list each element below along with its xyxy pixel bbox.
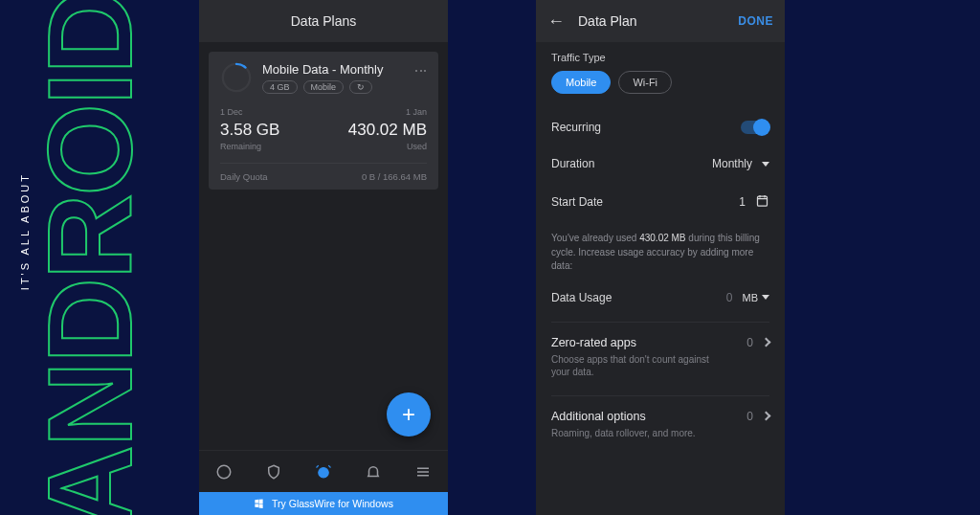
- chip-quota: 4 GB: [262, 80, 298, 94]
- chevron-down-icon: [762, 162, 769, 167]
- chevron-right-icon: [762, 338, 771, 347]
- nav-speed-icon[interactable]: [214, 462, 234, 481]
- daily-quota-label: Daily Quota: [220, 171, 268, 182]
- remaining-label: Remaining: [220, 142, 279, 151]
- start-date-value: 1: [739, 195, 746, 209]
- traffic-mobile-chip[interactable]: Mobile: [551, 71, 611, 94]
- header-bar: Data Plans: [199, 0, 448, 42]
- daily-quota-value: 0 B / 166.64 MB: [362, 171, 427, 182]
- recurring-label: Recurring: [551, 121, 601, 134]
- traffic-type-group: Mobile Wi-Fi: [551, 71, 769, 94]
- used-label: Used: [348, 142, 427, 151]
- nav-bell-icon[interactable]: [364, 462, 383, 481]
- add-plan-fab[interactable]: +: [387, 392, 431, 437]
- recurring-toggle[interactable]: [741, 121, 769, 134]
- additional-options-row[interactable]: Additional options 0: [551, 410, 769, 423]
- zero-rated-count: 0: [746, 336, 753, 349]
- plan-card[interactable]: Mobile Data - Monthly 4 GB Mobile ↻ ⋮ 1 …: [209, 52, 438, 190]
- additional-options-subtitle: Roaming, data rollover, and more.: [551, 427, 724, 439]
- duration-value: Monthly: [712, 157, 752, 170]
- data-usage-input[interactable]: 0: [726, 291, 733, 304]
- duration-select[interactable]: Monthly: [712, 157, 769, 170]
- plan-start-date: 1 Dec: [220, 107, 243, 117]
- data-usage-unit-select[interactable]: MB: [743, 292, 770, 303]
- used-value: 430.02 MB: [348, 121, 427, 140]
- plus-icon: +: [402, 401, 415, 428]
- calendar-icon: [755, 193, 769, 211]
- usage-info-text: You've already used 430.02 MB during thi…: [551, 232, 769, 274]
- chip-type: Mobile: [303, 80, 345, 94]
- additional-options-title: Additional options: [551, 410, 646, 423]
- back-arrow-icon[interactable]: ←: [547, 11, 565, 32]
- nav-shield-icon[interactable]: [264, 462, 283, 481]
- done-button[interactable]: DONE: [738, 14, 773, 28]
- bottom-nav: [199, 450, 448, 492]
- phone-data-plan-edit: ← Data Plan DONE Traffic Type Mobile Wi-…: [536, 0, 785, 515]
- start-date-picker[interactable]: 1: [739, 193, 769, 211]
- remaining-value: 3.58 GB: [220, 121, 279, 140]
- usage-ring-icon: [220, 61, 253, 94]
- svg-point-2: [217, 465, 231, 479]
- windows-icon: [254, 498, 264, 510]
- nav-alarm-icon[interactable]: [314, 462, 333, 481]
- nav-menu-icon[interactable]: [413, 462, 433, 481]
- page-title: Data Plan: [578, 13, 636, 29]
- zero-rated-apps-row[interactable]: Zero-rated apps 0: [551, 336, 769, 349]
- promo-text: Try GlassWire for Windows: [272, 498, 393, 509]
- plan-end-date: 1 Jan: [406, 107, 427, 117]
- svg-rect-4: [758, 196, 768, 206]
- android-outline-text: ANDROID: [34, 0, 147, 515]
- traffic-wifi-chip[interactable]: Wi-Fi: [618, 71, 672, 94]
- page-title: Data Plans: [291, 13, 356, 29]
- header-bar: ← Data Plan DONE: [536, 0, 785, 42]
- phone-data-plans: Data Plans Mobile Data - Monthly 4 GB Mo…: [199, 0, 448, 515]
- chevron-down-icon: [762, 295, 769, 300]
- plan-title: Mobile Data - Monthly: [262, 62, 383, 77]
- kebab-menu-icon[interactable]: ⋮: [415, 61, 427, 79]
- chip-refresh-icon: ↻: [349, 80, 372, 94]
- promo-bar[interactable]: Try GlassWire for Windows: [199, 492, 448, 515]
- start-date-label: Start Date: [551, 195, 603, 209]
- traffic-type-label: Traffic Type: [551, 52, 769, 63]
- chevron-right-icon: [762, 412, 771, 421]
- zero-rated-subtitle: Choose apps that don't count against you…: [551, 353, 724, 378]
- data-usage-label: Data Usage: [551, 291, 612, 304]
- zero-rated-title: Zero-rated apps: [551, 336, 636, 349]
- duration-label: Duration: [551, 157, 594, 170]
- svg-point-3: [319, 467, 329, 478]
- additional-options-count: 0: [746, 410, 753, 423]
